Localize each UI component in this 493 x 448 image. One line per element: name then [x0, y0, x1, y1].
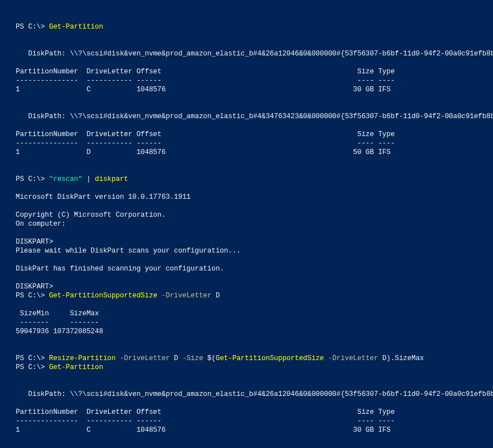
- diskpath-1: \\?\scsi#disk&ven_nvme&prod_amazon_elast…: [70, 390, 493, 398]
- partition-row-d-50: 1 D 1048576 50 GB IFS: [16, 148, 390, 156]
- drive-d: D: [216, 292, 220, 300]
- diskpart-prompt: DISKPART>: [16, 238, 53, 246]
- diskpart-prompt: DISKPART>: [16, 283, 53, 291]
- subexpr-close: ).SizeMax: [387, 354, 424, 362]
- cmd-get-partition-2: Get-Partition: [49, 363, 104, 371]
- ps-prompt: PS C:\>: [16, 354, 49, 362]
- ps-prompt: PS C:\>: [16, 292, 49, 300]
- cmd-rescan-string: "rescan": [49, 175, 83, 183]
- console-output: PS C:\> Get-Partition DiskPath: \\?\scsi…: [16, 22, 477, 448]
- diskpart-wait: Please wait while DiskPart scans your co…: [16, 247, 241, 255]
- cmd-diskpart: diskpart: [95, 175, 128, 183]
- partition-rule: --------------- ----------- ------ ---- …: [16, 77, 395, 85]
- partition-rule: --------------- ----------- ------ ---- …: [16, 417, 395, 425]
- drive-d: D: [382, 354, 386, 362]
- drive-d: D: [174, 354, 178, 362]
- ps-prompt: PS C:\>: [16, 175, 49, 183]
- subexpr-open: $(: [207, 354, 216, 362]
- partition-row-c-30: 1 C 1048576 30 GB IFS: [16, 86, 390, 94]
- partition-header: PartitionNumber DriveLetter Offset Size …: [16, 408, 395, 416]
- param-driveletter: -DriveLetter: [157, 292, 216, 300]
- size-row: 59047936 107372085248: [16, 328, 103, 335]
- diskpart-computer: On computer:: [16, 220, 66, 228]
- cmd-get-supported-size-inline: Get-PartitionSupportedSize: [216, 354, 324, 362]
- powershell-console[interactable]: PS C:\> Get-Partition DiskPath: \\?\scsi…: [0, 0, 493, 448]
- diskpath-label: DiskPath:: [16, 50, 70, 58]
- cmd-resize-partition: Resize-Partition: [49, 354, 116, 362]
- cmd-get-partition-1: Get-Partition: [49, 23, 104, 31]
- diskpart-version: Microsoft DiskPart version 10.0.17763.19…: [16, 193, 190, 201]
- diskpath-1: \\?\scsi#disk&ven_nvme&prod_amazon_elast…: [70, 50, 493, 58]
- ps-prompt: PS C:\>: [16, 23, 49, 31]
- param-driveletter: -DriveLetter: [324, 354, 382, 362]
- cmd-get-supported-size: Get-PartitionSupportedSize: [49, 292, 157, 300]
- partition-rule: --------------- ----------- ------ ---- …: [16, 139, 395, 147]
- diskpart-copyright: Copyright (C) Microsoft Corporation.: [16, 211, 166, 219]
- partition-row-c-30: 1 C 1048576 30 GB IFS: [16, 426, 390, 434]
- partition-header: PartitionNumber DriveLetter Offset Size …: [16, 68, 395, 76]
- ps-prompt: PS C:\>: [16, 363, 49, 371]
- param-driveletter: -DriveLetter: [115, 354, 174, 362]
- partition-header: PartitionNumber DriveLetter Offset Size …: [16, 130, 395, 138]
- pipe: |: [82, 175, 95, 183]
- param-size: -Size: [178, 354, 207, 362]
- diskpart-done: DiskPart has finished scanning your conf…: [16, 265, 224, 273]
- size-rule: ------- -------: [16, 319, 99, 326]
- diskpath-2: \\?\scsi#disk&ven_nvme&prod_amazon_elast…: [70, 113, 493, 120]
- diskpath-label: DiskPath:: [16, 390, 70, 398]
- diskpath-label: DiskPath:: [16, 113, 70, 120]
- size-header: SizeMin SizeMax: [16, 310, 99, 318]
